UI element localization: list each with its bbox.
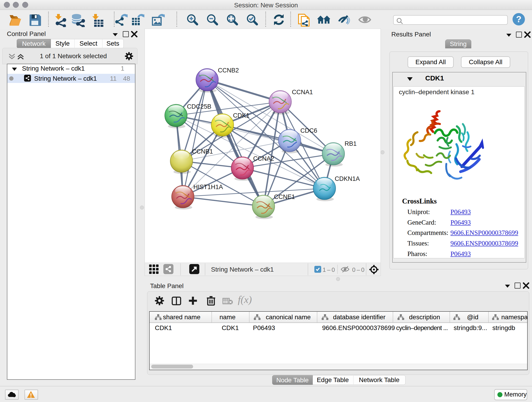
svg-text:CDC6: CDC6 [300, 127, 317, 134]
svg-text:CCNE1: CCNE1 [274, 193, 295, 200]
svg-text:HIST1H1A: HIST1H1A [193, 184, 223, 191]
svg-text:CCNB2: CCNB2 [218, 67, 239, 74]
svg-text:CCNB1: CCNB1 [192, 148, 213, 155]
svg-text:CCNA2: CCNA2 [253, 155, 274, 162]
svg-text:CDKN1A: CDKN1A [335, 175, 360, 182]
svg-text:CDC25B: CDC25B [187, 103, 211, 110]
svg-text:CCNA1: CCNA1 [292, 89, 313, 96]
svg-text:CDK1: CDK1 [233, 112, 249, 119]
svg-text:RB1: RB1 [345, 140, 357, 147]
